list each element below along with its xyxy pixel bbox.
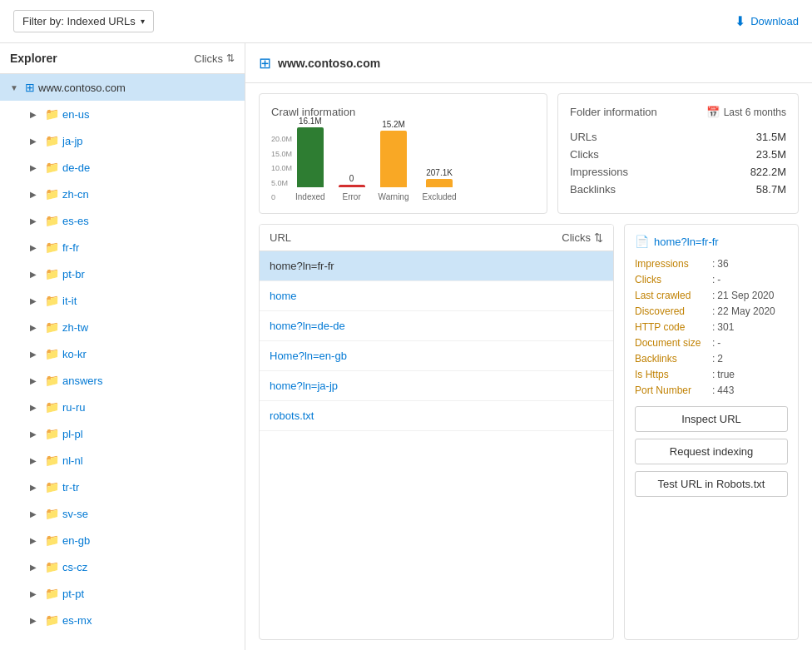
url-row[interactable]: home?ln=fr-fr: [260, 251, 613, 281]
tree-item-cs-cz[interactable]: ▶ 📁 cs-cz: [0, 553, 245, 580]
tree-item-nl-nl[interactable]: ▶ 📁 nl-nl: [0, 447, 245, 474]
inspect-url-button[interactable]: Inspect URL: [635, 406, 788, 432]
calendar-icon: 📅: [706, 106, 720, 118]
expand-icon: ▶: [30, 563, 42, 572]
content-area: ⊞ www.contoso.com Crawl information 20.0…: [245, 43, 812, 650]
url-row[interactable]: Home?ln=en-gb: [260, 341, 613, 371]
folder-icon: 📁: [45, 454, 59, 467]
bar-label: Excluded: [422, 192, 456, 201]
tree-item-sv-se[interactable]: ▶ 📁 sv-se: [0, 500, 245, 527]
tree-item-pt-pt[interactable]: ▶ 📁 pt-pt: [0, 580, 245, 607]
domain-icon: ⊞: [25, 81, 35, 94]
tree-item-tr-tr[interactable]: ▶ 📁 tr-tr: [0, 474, 245, 500]
stat-key-impressions: Impressions: [570, 163, 704, 181]
item-label: nl-nl: [62, 454, 83, 467]
item-label: answers: [62, 375, 102, 387]
detail-lastcrawled-row: Last crawled : 21 Sep 2020: [635, 290, 788, 301]
tree-item-it-it[interactable]: ▶ 📁 it-it: [0, 287, 245, 314]
detail-val-httpcode: 301: [717, 321, 734, 333]
col-url-label: URL: [270, 231, 291, 244]
item-label: zh-tw: [62, 321, 88, 334]
folder-icon: 📁: [45, 480, 59, 494]
detail-backlinks-row: Backlinks : 2: [635, 353, 788, 365]
bar-excluded: 207.1K Excluded: [422, 168, 456, 201]
y-label: 0: [271, 193, 292, 201]
folder-stats: URLs 31.5M Clicks 23.5M Impressions 822.…: [570, 128, 786, 198]
folder-icon: 📁: [45, 347, 59, 360]
folder-icon: 📁: [45, 134, 59, 147]
bar-error: 0 Error: [339, 174, 365, 201]
url-row[interactable]: robots.txt: [260, 401, 613, 431]
detail-impressions-row: Impressions : 36: [635, 258, 788, 270]
expand-icon: ▶: [30, 270, 42, 279]
detail-url-name: home?ln=fr-fr: [654, 236, 719, 248]
url-row[interactable]: home: [260, 281, 613, 311]
item-label: sv-se: [62, 508, 88, 520]
detail-url-icon: 📄: [635, 235, 649, 248]
y-label: 10.0M: [271, 164, 292, 172]
bar-rect: [380, 131, 407, 187]
detail-httpcode-row: HTTP code : 301: [635, 321, 788, 333]
bar-label: Indexed: [295, 192, 325, 201]
tree-container[interactable]: ▼ ⊞ www.contoso.com ▶ 📁 en-us ▶ 📁 ja-jp …: [0, 74, 245, 650]
tree-item-zh-cn[interactable]: ▶ 📁 zh-cn: [0, 181, 245, 207]
item-label: tr-tr: [62, 481, 79, 494]
item-label: cs-cz: [62, 561, 87, 573]
expand-icon: ▶: [30, 216, 42, 226]
tree-item-de-de[interactable]: ▶ 📁 de-de: [0, 154, 245, 181]
stat-key-backlinks: Backlinks: [570, 181, 704, 198]
detail-val-discovered: 22 May 2020: [717, 305, 775, 317]
tree-item-ru-ru[interactable]: ▶ 📁 ru-ru: [0, 394, 245, 420]
detail-val-lastcrawled: 21 Sep 2020: [717, 290, 774, 301]
tree-item-answers[interactable]: ▶ 📁 answers: [0, 367, 245, 394]
expand-icon: ▶: [30, 483, 42, 492]
toolbar: Filter by: Indexed URLs ▾ ⬇ Download: [0, 0, 812, 43]
detail-key-backlinks: Backlinks: [635, 353, 710, 365]
detail-val-backlinks: 2: [717, 353, 723, 365]
root-label: www.contoso.com: [38, 82, 126, 94]
bar-rect: [426, 179, 453, 187]
url-row[interactable]: home?ln=ja-jp: [260, 371, 613, 401]
request-indexing-button[interactable]: Request indexing: [635, 439, 788, 464]
tree-item-zh-tw[interactable]: ▶ 📁 zh-tw: [0, 314, 245, 340]
url-row[interactable]: home?ln=de-de: [260, 311, 613, 341]
tree-item-en-gb[interactable]: ▶ 📁 en-gb: [0, 527, 245, 553]
crawl-card: Crawl information 20.0M 15.0M 10.0M 5.0M…: [259, 93, 547, 214]
tree-item-en-us[interactable]: ▶ 📁 en-us: [0, 101, 245, 127]
folder-icon: 📁: [45, 613, 59, 627]
folder-icon: 📁: [45, 587, 59, 600]
item-label: pt-pt: [62, 588, 84, 600]
col-clicks-label: Clicks ⇅: [562, 231, 603, 244]
folder-icon: 📁: [45, 187, 59, 201]
expand-icon: ▶: [30, 429, 42, 439]
folder-card-header: Folder information 📅 Last 6 months: [570, 106, 786, 118]
tree-item-es-mx[interactable]: ▶ 📁 es-mx: [0, 607, 245, 633]
expand-icon: ▶: [30, 589, 42, 598]
tree-item-root[interactable]: ▼ ⊞ www.contoso.com: [0, 74, 245, 101]
bar-rect: [297, 127, 324, 187]
tree-item-pl-pl[interactable]: ▶ 📁 pl-pl: [0, 420, 245, 447]
folder-icon: 📁: [45, 214, 59, 227]
y-label: 5.0M: [271, 179, 292, 187]
expand-icon: ▶: [30, 163, 42, 172]
bar-indexed: 16.1M Indexed: [295, 117, 325, 201]
bar-value: 0: [349, 174, 354, 183]
date-range-label: Last 6 months: [724, 107, 786, 118]
stat-key-urls: URLs: [570, 128, 704, 146]
test-robots-button[interactable]: Test URL in Robots.txt: [635, 471, 788, 497]
item-label: ru-ru: [62, 401, 85, 414]
tree-item-ko-kr[interactable]: ▶ 📁 ko-kr: [0, 340, 245, 367]
tree-item-fr-fr[interactable]: ▶ 📁 fr-fr: [0, 234, 245, 260]
sidebar-clicks-sort[interactable]: Clicks ⇅: [194, 52, 235, 65]
detail-key-discovered: Discovered: [635, 305, 710, 317]
tree-item-es-es[interactable]: ▶ 📁 es-es: [0, 207, 245, 234]
download-button[interactable]: ⬇ Download: [735, 13, 799, 29]
item-label: en-us: [62, 108, 90, 121]
filter-dropdown[interactable]: Filter by: Indexed URLs ▾: [13, 10, 154, 32]
clicks-sort-icon[interactable]: ⇅: [594, 231, 603, 244]
tree-item-pt-br[interactable]: ▶ 📁 pt-br: [0, 260, 245, 287]
stat-key-clicks: Clicks: [570, 146, 704, 163]
cards-row: Crawl information 20.0M 15.0M 10.0M 5.0M…: [245, 83, 812, 224]
expand-icon: ▶: [30, 616, 42, 625]
tree-item-ja-jp[interactable]: ▶ 📁 ja-jp: [0, 127, 245, 154]
